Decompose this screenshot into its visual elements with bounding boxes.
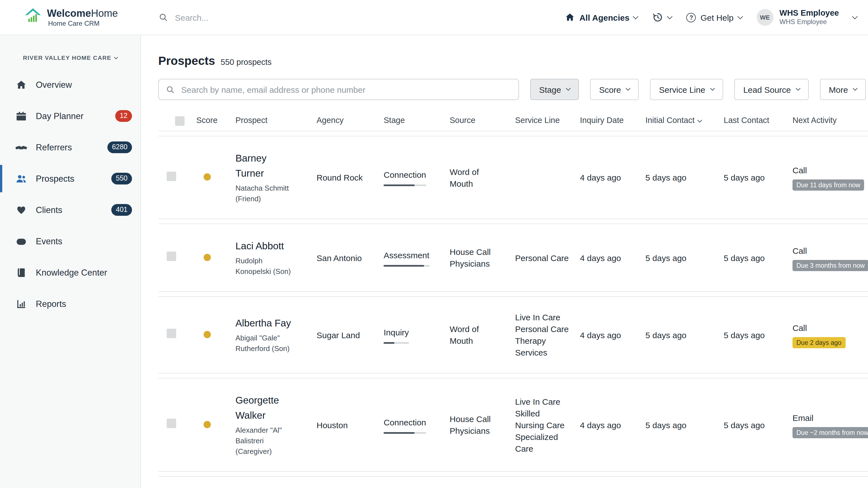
filter-label: More xyxy=(829,85,848,94)
table-row[interactable]: Barney Turner Natacha Schmitt (Friend) R… xyxy=(158,136,868,219)
chevron-down-icon xyxy=(566,86,571,91)
next-activity-type: Call xyxy=(793,245,868,256)
home-icon xyxy=(15,78,27,91)
initial-contact-cell: 5 days ago xyxy=(634,172,713,183)
brand-name-light: Home xyxy=(91,7,118,19)
column-header-inquiry-date[interactable]: Inquiry Date xyxy=(569,116,634,124)
prospect-name[interactable]: Laci Abbott xyxy=(236,239,292,254)
prospect-contact: Natacha Schmitt (Friend) xyxy=(236,183,300,204)
event-icon xyxy=(15,235,27,247)
column-header-label: Initial Contact xyxy=(645,116,694,124)
row-checkbox[interactable] xyxy=(167,419,176,428)
table-row[interactable]: Albertha Fay Abigail "Gale" Rutherford (… xyxy=(158,296,868,373)
table-row[interactable] xyxy=(158,476,868,488)
prospects-table: Score Prospect Agency Stage Source Servi… xyxy=(158,109,868,488)
topbar-right: All Agencies ? Get Help W xyxy=(565,8,868,26)
history-icon xyxy=(652,12,663,23)
column-header-score[interactable]: Score xyxy=(188,116,224,124)
book-icon xyxy=(15,266,27,279)
source-cell: House Call Physicians xyxy=(438,246,494,269)
chevron-down-icon xyxy=(633,13,639,19)
column-header-last-contact[interactable]: Last Contact xyxy=(713,116,781,124)
score-dot xyxy=(204,421,211,428)
sidebar-item-day-planner[interactable]: Day Planner 12 xyxy=(0,102,141,130)
stage-progress-bar xyxy=(384,185,426,186)
next-activity-type: Call xyxy=(793,322,868,333)
column-header-stage[interactable]: Stage xyxy=(372,116,438,124)
user-name: WHS Employee xyxy=(779,8,839,18)
more-filter-button[interactable]: More xyxy=(820,79,866,100)
global-search-input[interactable] xyxy=(174,12,341,23)
help-menu[interactable]: ? Get Help xyxy=(686,12,742,22)
last-contact-cell: 5 days ago xyxy=(713,172,781,183)
column-header-agency[interactable]: Agency xyxy=(305,116,372,124)
prospect-name[interactable]: Albertha Fay xyxy=(236,316,292,331)
agency-switcher[interactable]: All Agencies xyxy=(565,12,638,22)
search-icon xyxy=(158,12,168,22)
table-row[interactable]: Laci Abbott Rudolph Konopelski (Son) San… xyxy=(158,224,868,292)
select-all-checkbox[interactable] xyxy=(175,116,185,126)
row-checkbox[interactable] xyxy=(167,252,176,261)
help-icon: ? xyxy=(686,12,696,22)
sidebar-item-prospects[interactable]: Prospects 550 xyxy=(0,165,141,192)
people-icon xyxy=(15,172,27,185)
sidebar-item-label: Prospects xyxy=(36,173,74,184)
service-line-filter-button[interactable]: Service Line xyxy=(650,79,723,100)
filter-label: Lead Source xyxy=(743,85,791,94)
due-badge: Due ~2 months from now xyxy=(793,427,868,438)
next-activity-type: Call xyxy=(793,164,868,176)
sidebar-item-referrers[interactable]: Referrers 6280 xyxy=(0,134,141,161)
prospect-search-input[interactable] xyxy=(180,84,512,95)
due-badge: Due 3 months from now xyxy=(793,260,868,271)
user-subtitle: WHS Employee xyxy=(779,18,839,26)
calendar-icon xyxy=(15,110,27,122)
prospect-name[interactable]: Barney Turner xyxy=(236,151,292,181)
history-menu[interactable] xyxy=(652,12,672,23)
clients-count-badge: 401 xyxy=(111,204,132,216)
column-header-service-line[interactable]: Service Line xyxy=(504,116,569,124)
stage-filter-button[interactable]: Stage xyxy=(530,79,579,100)
prospect-contact: Rudolph Konopelski (Son) xyxy=(236,256,300,277)
prospect-contact: Abigail "Gale" Rutherford (Son) xyxy=(236,333,300,354)
chevron-down-icon xyxy=(853,86,858,91)
agency-cell: Sugar Land xyxy=(305,329,372,341)
sidebar-item-events[interactable]: Events xyxy=(0,228,141,255)
select-all-cell xyxy=(158,114,188,126)
initial-contact-cell: 5 days ago xyxy=(634,329,713,341)
lead-source-filter-button[interactable]: Lead Source xyxy=(734,79,809,100)
home-icon xyxy=(565,12,575,22)
column-header-next-activity[interactable]: Next Activity xyxy=(781,116,868,124)
prospect-search[interactable] xyxy=(158,79,519,100)
sidebar-item-reports[interactable]: Reports xyxy=(0,290,141,318)
global-search[interactable] xyxy=(158,12,371,23)
sidebar-item-label: Overview xyxy=(36,80,72,90)
brand-logo[interactable]: WelcomeHome Home Care CRM xyxy=(25,7,118,27)
sidebar-item-label: Clients xyxy=(36,205,62,215)
column-header-source[interactable]: Source xyxy=(438,116,504,124)
chevron-down-icon xyxy=(852,13,858,19)
prospect-name[interactable]: Georgette Walker xyxy=(236,393,292,423)
due-badge: Due 2 days ago xyxy=(793,337,845,348)
row-checkbox[interactable] xyxy=(167,329,176,338)
score-filter-button[interactable]: Score xyxy=(590,79,639,100)
user-menu[interactable]: WE WHS Employee WHS Employee xyxy=(756,8,857,26)
chevron-down-icon xyxy=(667,13,673,19)
stage-label: Connection xyxy=(384,170,426,180)
sidebar-item-overview[interactable]: Overview xyxy=(0,71,141,98)
referrers-count-badge: 6280 xyxy=(107,141,132,153)
organization-selector[interactable]: RIVER VALLEY HOME CARE xyxy=(0,54,141,61)
service-line-cell: Live In Care Personal Care Therapy Servi… xyxy=(504,312,569,358)
row-checkbox[interactable] xyxy=(167,171,176,181)
column-header-initial-contact[interactable]: Initial Contact xyxy=(634,116,713,124)
filter-label: Service Line xyxy=(659,85,705,94)
sidebar-item-clients[interactable]: Clients 401 xyxy=(0,196,141,224)
chevron-down-icon xyxy=(114,55,118,59)
chevron-down-icon xyxy=(710,86,715,91)
filter-label: Score xyxy=(599,85,621,94)
column-header-prospect[interactable]: Prospect xyxy=(224,116,305,124)
chevron-down-icon xyxy=(737,13,743,19)
sidebar-item-knowledge-center[interactable]: Knowledge Center xyxy=(0,259,141,286)
inquiry-date-cell: 4 days ago xyxy=(569,419,634,431)
search-icon xyxy=(165,85,175,94)
table-row[interactable]: Georgette Walker Alexander "Al" Balistre… xyxy=(158,378,868,472)
